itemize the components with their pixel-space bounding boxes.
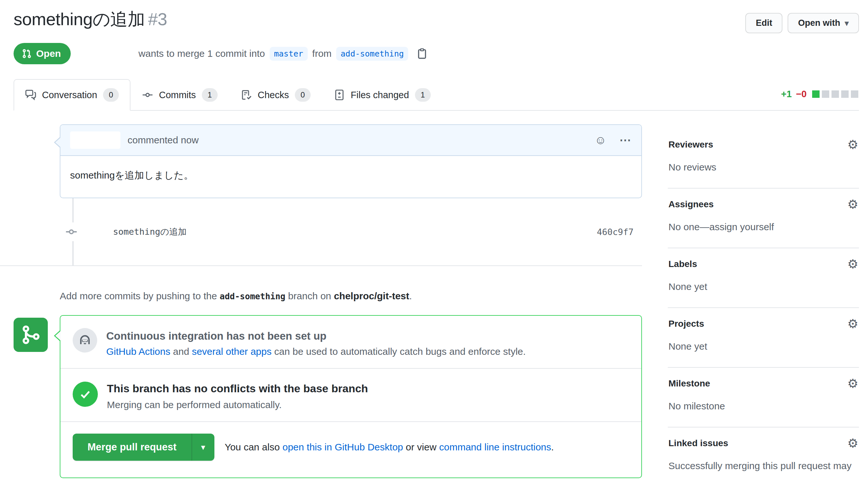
merge-summary-pre: wants to merge 1 commit into: [139, 48, 265, 59]
author-name-redacted: [83, 45, 133, 62]
sidebar-item-linked-issues: Linked issues ⚙ Successfully merging thi…: [668, 427, 859, 487]
other-apps-link[interactable]: several other apps: [192, 346, 272, 357]
sidebar-item-labels: Labels ⚙ None yet: [668, 248, 859, 308]
pr-header: somethingの追加#3 Edit Open with▾: [14, 8, 859, 33]
open-with-button[interactable]: Open with▾: [788, 13, 859, 33]
conflict-text: This branch has no conflicts with the ba…: [107, 381, 368, 410]
check-circle-icon: [73, 382, 98, 407]
sidebar-label: Linked issues: [669, 438, 728, 448]
tab-count: 0: [103, 88, 119, 102]
timeline-divider: [0, 265, 642, 266]
ci-description: GitHub Actions and several other apps ca…: [106, 346, 526, 357]
pr-description-comment: commented now ☺ ⋯ somethingを追加しました。: [60, 124, 642, 198]
commit-timeline-segment: somethingの追加 460c9f7: [14, 198, 642, 265]
sidebar-item-projects: Projects ⚙ None yet: [668, 308, 859, 368]
page-title: somethingの追加#3: [14, 8, 745, 30]
diff-block-added: [812, 90, 820, 98]
tab-count: 0: [295, 88, 311, 102]
kebab-menu-icon[interactable]: ⋯: [619, 134, 632, 146]
push-hint-mid: branch on: [288, 291, 331, 301]
tab-files-changed[interactable]: Files changed 1: [322, 79, 442, 111]
copy-branch-clipboard-icon[interactable]: [417, 48, 427, 59]
comment-discussion-icon: [25, 89, 36, 101]
comment-actions: ☺ ⋯: [594, 134, 632, 146]
checklist-icon: [241, 89, 252, 101]
sidebar-item-assignees: Assignees ⚙ No one—assign yourself: [668, 189, 859, 248]
discussion-timeline: commented now ☺ ⋯ somethingを追加しました。: [14, 124, 642, 487]
git-pull-request-icon: [22, 49, 31, 59]
open-with-label: Open with: [798, 18, 840, 28]
head-branch-label[interactable]: add-something: [336, 47, 408, 61]
pr-number: #3: [148, 9, 167, 29]
tab-conversation[interactable]: Conversation 0: [14, 79, 130, 111]
ci-section: Continuous integration has not been set …: [60, 316, 641, 368]
alt-mid: or view: [403, 442, 439, 452]
diff-block-neutral: [822, 90, 829, 98]
tab-checks[interactable]: Checks 0: [229, 79, 322, 111]
git-commit-icon: [142, 89, 153, 101]
tab-label: Commits: [159, 90, 196, 101]
edit-button[interactable]: Edit: [745, 13, 782, 33]
merge-status-area: Continuous integration has not been set …: [60, 315, 642, 478]
head-branch-code: add-something: [219, 292, 285, 301]
diff-block-neutral: [841, 90, 849, 98]
gear-icon[interactable]: ⚙: [847, 318, 858, 330]
commit-sha-link[interactable]: 460c9f7: [597, 227, 634, 237]
tab-commits[interactable]: Commits 1: [130, 79, 229, 111]
pr-sidebar: Reviewers ⚙ No reviews Assignees ⚙ No on…: [668, 124, 859, 487]
edit-button-label: Edit: [756, 18, 772, 28]
github-desktop-link[interactable]: open this in GitHub Desktop: [282, 442, 403, 452]
diffstat: +1 −0: [781, 89, 858, 100]
tab-label: Checks: [258, 90, 289, 101]
alt-post: .: [551, 442, 554, 452]
sidebar-value: No one—assign yourself: [669, 219, 858, 234]
push-hint: Add more commits by pushing to the add-s…: [60, 291, 642, 302]
merge-options-dropdown[interactable]: ▾: [192, 434, 214, 461]
conflict-subtitle: Merging can be performed automatically.: [107, 399, 368, 410]
commit-message-link[interactable]: somethingの追加: [113, 226, 597, 238]
commenter-name-redacted: [70, 131, 121, 149]
conflict-title: This branch has no conflicts with the ba…: [107, 382, 368, 395]
status-badge-label: Open: [36, 48, 61, 59]
gear-icon[interactable]: ⚙: [847, 437, 858, 449]
commit-row: somethingの追加 460c9f7: [14, 222, 642, 241]
ci-text: Continuous integration has not been set …: [106, 328, 526, 357]
tab-count: 1: [202, 88, 218, 102]
sidebar-label: Milestone: [669, 379, 710, 389]
sidebar-item-milestone: Milestone ⚙ No milestone: [668, 368, 859, 427]
pr-meta-row: Open wants to merge 1 commit into master…: [14, 43, 859, 64]
sidebar-value: None yet: [669, 339, 858, 353]
sidebar-item-reviewers: Reviewers ⚙ No reviews: [668, 129, 859, 189]
diffstat-deletions: −0: [796, 89, 807, 100]
sidebar-value: Successfully merging this pull request m…: [669, 458, 858, 473]
command-line-link[interactable]: command line instructions: [439, 442, 551, 452]
git-commit-icon: [65, 222, 78, 241]
comment-timestamp: commented now: [128, 135, 198, 146]
gear-icon[interactable]: ⚙: [847, 378, 858, 390]
merge-alternatives: You can also open this in GitHub Desktop…: [225, 442, 554, 453]
merge-actions: Merge pull request ▾ You can also open t…: [60, 421, 641, 477]
diffstat-additions: +1: [781, 89, 792, 100]
base-branch-label[interactable]: master: [270, 47, 308, 61]
chevron-down-icon: ▾: [201, 443, 205, 451]
tab-label: Files changed: [351, 90, 409, 101]
comment-header: commented now ☺ ⋯: [60, 125, 641, 156]
ci-mid: and: [170, 346, 192, 357]
gear-icon[interactable]: ⚙: [847, 258, 858, 270]
gear-icon[interactable]: ⚙: [847, 198, 858, 211]
smiley-reaction-icon[interactable]: ☺: [594, 134, 607, 146]
comment-body: somethingを追加しました。: [60, 156, 641, 198]
sidebar-value: None yet: [669, 279, 858, 294]
ci-post: can be used to automatically catch bugs …: [272, 346, 526, 357]
merge-summary: wants to merge 1 commit into master from…: [139, 47, 428, 61]
sidebar-label: Projects: [669, 319, 704, 329]
repo-name: chelproc/git-test: [334, 291, 409, 301]
chevron-down-icon: ▾: [845, 19, 849, 27]
github-actions-link[interactable]: GitHub Actions: [106, 346, 170, 357]
merge-pull-request-button[interactable]: Merge pull request: [73, 434, 192, 461]
merge-split-button: Merge pull request ▾: [73, 434, 214, 461]
header-buttons: Edit Open with▾: [745, 13, 859, 33]
hubot-icon: [73, 328, 97, 352]
sidebar-label: Assignees: [669, 199, 714, 210]
gear-icon[interactable]: ⚙: [847, 138, 858, 151]
